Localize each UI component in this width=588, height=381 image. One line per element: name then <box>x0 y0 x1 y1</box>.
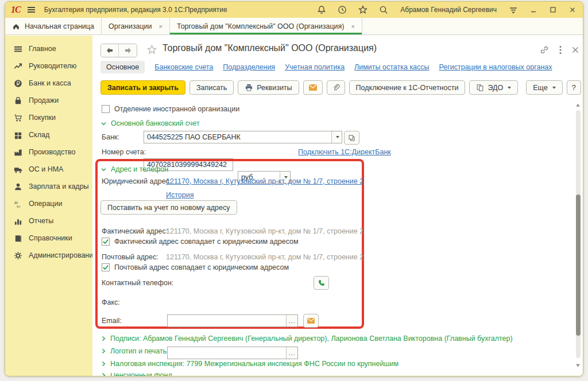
reports-chart-icon <box>14 217 22 226</box>
bank-input[interactable] <box>144 131 331 143</box>
register-new-address-button[interactable]: Поставить на учет по новому адресу <box>100 200 237 215</box>
salary-hr-person-icon <box>14 182 22 191</box>
sidebar-item-fixed-assets[interactable]: ОС и НМА <box>5 161 92 178</box>
maximize-button[interactable] <box>548 5 558 14</box>
call-phone-button[interactable] <box>314 276 329 290</box>
main-menu-icon[interactable] <box>28 7 35 13</box>
scrollbar-thumb[interactable] <box>576 195 581 336</box>
bank-section-header[interactable]: Основной банковский счет <box>100 119 200 127</box>
title-bar: 1С Бухгалтерия предприятия, редакция 3.0… <box>5 2 583 18</box>
history-icon[interactable] <box>337 5 347 15</box>
connect-1c-reporting-button[interactable]: Подключение к 1С-Отчетности <box>349 80 466 95</box>
edo-button[interactable]: ЭДО <box>469 80 518 95</box>
sidebar-item-bank-cash[interactable]: Банк и касса <box>5 75 92 92</box>
search-icon[interactable] <box>378 5 389 15</box>
current-user[interactable]: Абрамов Геннадий Сергеевич <box>400 6 497 14</box>
close-form-icon[interactable] <box>570 45 581 55</box>
legal-address-link[interactable]: 121170, Москва г, Кутузовский пр-кт, дом… <box>166 177 363 185</box>
sidebar-item-production[interactable]: Производство <box>5 143 92 161</box>
chevron-right-icon <box>100 348 106 354</box>
address-section-header[interactable]: Адрес и телефон <box>100 165 168 173</box>
nav-cash-limits[interactable]: Лимиты остатка кассы <box>354 63 429 71</box>
pension-fund-section-header[interactable]: Пенсионный фонд <box>100 373 172 376</box>
sidebar-item-directories[interactable]: Справочники <box>5 230 92 247</box>
page-title: Торговый дом "Комплексный" ООО (Организа… <box>163 43 377 53</box>
forward-button[interactable] <box>119 44 137 57</box>
nav-bank-accounts[interactable]: Банковские счета <box>154 63 213 71</box>
notifications-bell-icon[interactable] <box>316 5 327 15</box>
close-tab-icon[interactable]: × <box>159 23 163 30</box>
requisites-button[interactable]: Реквизиты <box>238 80 299 95</box>
logo-stamp-section-header[interactable]: Логотип и печать <box>100 347 167 355</box>
bank-field[interactable] <box>144 131 342 143</box>
sidebar-item-warehouse[interactable]: Склад <box>5 126 92 143</box>
fax-input[interactable] <box>168 347 286 359</box>
phone-field[interactable]: ... <box>167 314 298 327</box>
sidebar-item-main[interactable]: Главное <box>5 40 92 57</box>
tab-organizations[interactable]: Организации × <box>102 18 170 34</box>
scroll-down-arrow[interactable] <box>576 364 580 367</box>
address-history-link[interactable]: История <box>166 191 194 199</box>
get-link-icon[interactable] <box>539 45 550 55</box>
sidebar-item-purchases[interactable]: Покупки <box>5 109 92 126</box>
sidebar-item-manager[interactable]: Руководителю <box>5 57 92 75</box>
postal-equals-legal-checkbox[interactable] <box>102 263 110 271</box>
close-window-button[interactable] <box>568 5 577 14</box>
save-and-close-button[interactable]: Записать и закрыть <box>100 80 185 95</box>
send-email-button[interactable] <box>303 80 323 95</box>
manager-trend-icon <box>14 62 22 71</box>
actual-equals-legal-checkbox[interactable] <box>102 238 110 246</box>
more-menu-dots-icon[interactable] <box>555 45 566 55</box>
tab-home[interactable]: Начальная страница <box>5 18 102 34</box>
fax-field[interactable]: ... <box>167 347 298 359</box>
nav-tax-registrations[interactable]: Регистрации в налоговых органах <box>439 63 552 71</box>
chevron-right-icon <box>100 373 106 376</box>
app-window: 1С Бухгалтерия предприятия, редакция 3.0… <box>5 1 583 376</box>
form-toolbar: Записать и закрыть Записать Реквизиты По… <box>100 80 577 95</box>
nav-main[interactable]: Основное <box>100 61 145 73</box>
sidebar-item-operations[interactable]: ДтКт Операции <box>5 195 92 212</box>
svg-text:Дт: Дт <box>14 200 18 204</box>
legal-address-label: Юридический адрес: <box>102 177 171 185</box>
phone-ellipsis-button[interactable]: ... <box>286 315 297 326</box>
check-icon <box>102 264 109 271</box>
bank-dropdown-button[interactable] <box>331 131 342 143</box>
actual-address-value: 121170, Москва г, Кутузовский пр-кт, дом… <box>166 227 363 235</box>
favorite-toggle-star-icon[interactable] <box>146 44 157 57</box>
dropdown-caret-icon <box>552 87 556 89</box>
nav-subdivisions[interactable]: Подразделения <box>223 63 275 71</box>
back-button[interactable] <box>101 44 119 57</box>
signatures-section-header[interactable]: Подписи: Абрамов Геннадий Сергеевич (Ген… <box>100 335 513 343</box>
help-button[interactable]: ? <box>567 80 581 95</box>
chevron-right-icon <box>100 336 106 341</box>
fax-ellipsis-button[interactable]: ... <box>286 347 297 359</box>
account-number-label: Номер счета: <box>102 148 146 156</box>
save-button[interactable]: Записать <box>189 80 234 95</box>
close-tab-icon[interactable]: × <box>351 23 354 30</box>
user-menu-icon[interactable] <box>508 5 519 15</box>
scroll-up-arrow[interactable] <box>576 103 580 107</box>
fax-label: Факс: <box>102 298 120 306</box>
envelope-icon <box>307 317 315 324</box>
sidebar-item-reports[interactable]: Отчеты <box>5 212 92 230</box>
email-label: Email: <box>102 317 122 325</box>
sidebar-item-salary-hr[interactable]: Зарплата и кадры <box>5 178 92 195</box>
directbank-link[interactable]: Подключить 1С:ДиректБанк <box>298 148 391 156</box>
phone-input[interactable] <box>168 315 286 326</box>
1c-logo-icon: 1С <box>11 5 21 15</box>
write-email-button[interactable] <box>303 314 319 328</box>
sidebar-item-administration[interactable]: Администрирование <box>5 247 92 264</box>
main-icon <box>14 45 22 53</box>
fixed-assets-truck-icon <box>14 165 22 174</box>
tab-organization-card[interactable]: Торговый дом "Комплексный" ООО (Организа… <box>170 18 362 34</box>
chevron-down-icon <box>100 166 107 173</box>
minimize-button[interactable] <box>529 5 538 14</box>
tax-inspection-section-header[interactable]: Налоговая инспекция: 7799 Межрегиональна… <box>100 360 399 368</box>
more-button[interactable]: Еще <box>526 80 562 95</box>
sidebar-item-sales[interactable]: Продажи <box>5 92 92 109</box>
nav-accounting-policy[interactable]: Учетная политика <box>285 63 345 71</box>
bank-open-button[interactable] <box>344 131 359 145</box>
favorites-star-icon[interactable] <box>358 5 368 15</box>
attachments-button[interactable] <box>327 80 345 95</box>
foreign-org-checkbox[interactable] <box>102 105 110 113</box>
